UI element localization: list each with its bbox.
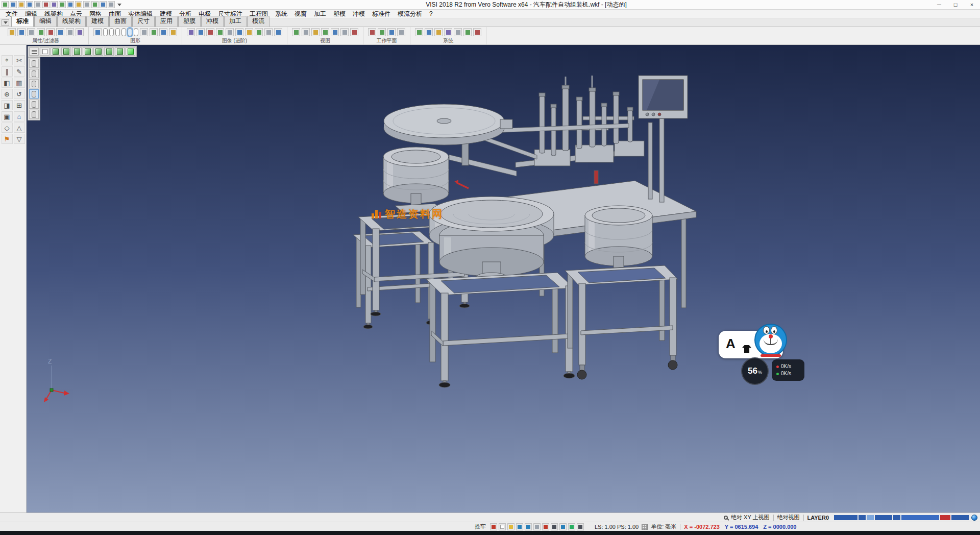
layer-style-icon[interactable] xyxy=(103,28,108,36)
qat-tool-icon[interactable] xyxy=(67,1,74,8)
menu-item-standard-parts[interactable]: 标准件 xyxy=(369,10,394,18)
tab-die[interactable]: 冲模 xyxy=(201,16,224,27)
display-mode-button[interactable] xyxy=(29,69,39,78)
minimize-button[interactable]: ─ xyxy=(931,0,947,9)
layer-bar[interactable] xyxy=(951,515,969,520)
toolbar-icon[interactable] xyxy=(187,28,195,36)
maximize-button[interactable]: □ xyxy=(947,0,964,9)
qat-tool-icon[interactable] xyxy=(75,1,82,8)
undo-icon[interactable] xyxy=(42,1,50,8)
tab-modeling[interactable]: 建模 xyxy=(86,16,109,27)
toolbar-icon[interactable] xyxy=(350,28,358,36)
redo-icon[interactable] xyxy=(51,1,58,8)
zoom-icon[interactable] xyxy=(292,28,300,36)
qat-dropdown-icon[interactable] xyxy=(117,4,121,6)
flag-icon[interactable]: ⚑ xyxy=(2,134,13,144)
layer-style-icon[interactable] xyxy=(121,28,126,36)
new-file-icon[interactable] xyxy=(10,1,17,8)
toolbar-icon[interactable] xyxy=(255,28,263,36)
trim-icon[interactable]: ✄ xyxy=(14,55,25,65)
layer-style-icon[interactable] xyxy=(134,28,138,36)
iso-view-button[interactable] xyxy=(51,47,60,56)
boxed-plus-icon[interactable]: ⊞ xyxy=(14,100,25,110)
status-icon[interactable] xyxy=(525,523,532,530)
filled-square-icon[interactable]: ▣ xyxy=(2,111,13,121)
triangle-down-icon[interactable]: ▽ xyxy=(14,134,25,144)
toolbar-icon[interactable] xyxy=(76,28,84,36)
menu-item-machining[interactable]: 加工 xyxy=(310,10,330,18)
layer-style-icon-selected[interactable] xyxy=(128,28,132,36)
toolbar-icon[interactable] xyxy=(454,28,462,36)
toolbar-icon[interactable] xyxy=(473,28,481,36)
blank-view-button[interactable] xyxy=(40,47,50,56)
display-mode-button[interactable] xyxy=(29,100,39,109)
status-icon[interactable] xyxy=(507,523,514,530)
toolbar-icon[interactable] xyxy=(444,28,452,36)
layer-bar[interactable] xyxy=(893,515,900,520)
toolbar-icon[interactable] xyxy=(93,28,102,36)
system-settings-icon[interactable] xyxy=(415,28,423,36)
right-view-button[interactable] xyxy=(104,47,114,56)
netspeed-box[interactable]: 0K/s 0K/s xyxy=(772,359,804,381)
view-state-label[interactable]: 绝对 XY 上视图 xyxy=(731,514,770,521)
tab-wireframe[interactable]: 线架构 xyxy=(57,16,86,27)
tab-standard[interactable]: 标准 xyxy=(11,16,34,27)
layer-style-icon[interactable] xyxy=(109,28,114,36)
tab-moldflow[interactable]: 模流 xyxy=(247,16,270,27)
toolbar-icon[interactable] xyxy=(169,28,177,36)
toolbar-icon[interactable] xyxy=(27,28,35,36)
display-mode-button[interactable] xyxy=(29,110,39,119)
bottom-view-button[interactable] xyxy=(115,47,125,56)
workplane-icon[interactable] xyxy=(368,28,376,36)
menu-item-mold[interactable]: 塑模 xyxy=(330,10,349,18)
toolbar-icon[interactable] xyxy=(321,28,329,36)
percent-gauge[interactable]: 56 % xyxy=(741,357,769,385)
toolbar-icon[interactable] xyxy=(159,28,167,36)
toolbar-icon[interactable] xyxy=(235,28,243,36)
add-entity-icon[interactable]: ⊕ xyxy=(2,89,13,99)
qat-tool-icon[interactable] xyxy=(59,1,66,8)
search-icon[interactable] xyxy=(724,516,728,520)
toolbar-icon[interactable] xyxy=(226,28,234,36)
layer-bar[interactable] xyxy=(875,515,892,520)
grid-tool-icon[interactable]: ▦ xyxy=(14,78,25,88)
status-icon-lock[interactable] xyxy=(490,523,497,530)
triangle-up-icon[interactable]: △ xyxy=(14,123,25,133)
left-view-button[interactable] xyxy=(93,47,103,56)
toolbar-icon[interactable] xyxy=(37,28,45,36)
status-icon[interactable] xyxy=(499,523,506,530)
sketch-icon[interactable]: ✎ xyxy=(14,66,25,77)
qat-tool-icon[interactable] xyxy=(108,1,115,8)
status-icon[interactable] xyxy=(551,523,558,530)
save-file-icon[interactable] xyxy=(26,1,33,8)
status-icon[interactable] xyxy=(577,523,584,530)
scale-info-label[interactable]: LS: 1.00 PS: 1.00 xyxy=(595,524,639,530)
half-shade-icon[interactable]: ◧ xyxy=(2,78,13,88)
shade-right-icon[interactable]: ◨ xyxy=(2,100,13,110)
tab-machining[interactable]: 加工 xyxy=(224,16,247,27)
tab-application[interactable]: 应用 xyxy=(155,16,178,27)
attributes-icon[interactable] xyxy=(8,28,16,36)
toolbar-icon[interactable] xyxy=(340,28,349,36)
doraemon-mascot[interactable] xyxy=(754,324,787,356)
layer-color-bars[interactable] xyxy=(834,515,969,520)
toolbar-icon[interactable] xyxy=(331,28,339,36)
toolbar-icon[interactable] xyxy=(434,28,443,36)
tab-dimension[interactable]: 尺寸 xyxy=(132,16,155,27)
status-icon[interactable] xyxy=(542,523,549,530)
workplane-icon[interactable] xyxy=(397,28,405,36)
toolbar-icon[interactable] xyxy=(140,28,148,36)
dynamic-view-button[interactable] xyxy=(126,47,135,56)
display-mode-button-active[interactable] xyxy=(29,89,39,99)
layer-bar[interactable] xyxy=(834,515,857,520)
back-view-button[interactable] xyxy=(83,47,92,56)
menu-item-system[interactable]: 系统 xyxy=(272,10,291,18)
units-label[interactable]: 单位: 毫米 xyxy=(651,523,676,530)
tab-molding[interactable]: 塑膜 xyxy=(178,16,201,27)
qat-tool-icon[interactable] xyxy=(83,1,90,8)
tab-surface[interactable]: 曲面 xyxy=(109,16,132,27)
layer-bar[interactable] xyxy=(867,515,874,520)
toolbar-icon[interactable] xyxy=(216,28,224,36)
toolbar-icon[interactable] xyxy=(274,28,282,36)
status-icon[interactable] xyxy=(516,523,523,530)
